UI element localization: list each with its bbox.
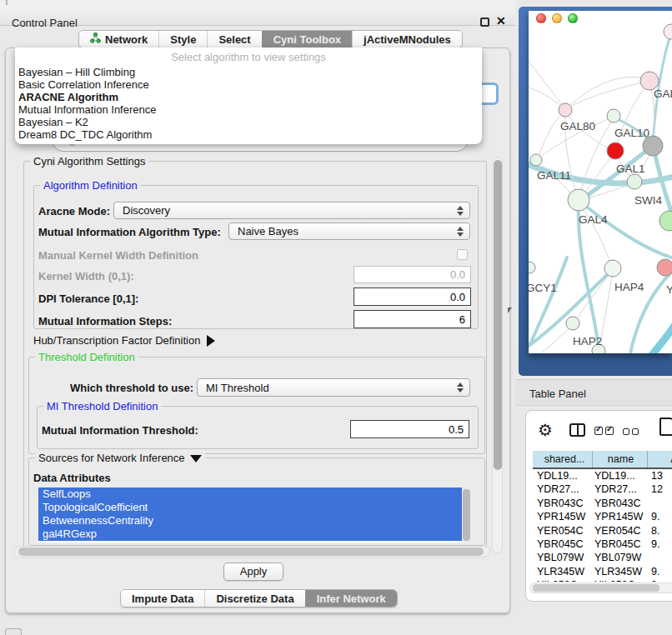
table-row[interactable]: YBR045CYBR045C9.	[533, 538, 672, 551]
network-edge[interactable]	[529, 61, 564, 108]
table-row[interactable]: YLR345WYLR345W9.	[533, 565, 672, 578]
dropdown-item-bayesian-hill-climbing[interactable]: Bayesian – Hill Climbing	[15, 66, 482, 78]
list-item-topologicalcoefficient[interactable]: TopologicalCoefficient	[38, 501, 462, 514]
stepper-icon	[457, 382, 464, 392]
table-row[interactable]: YBR043CYBR043C	[533, 497, 672, 510]
apply-button[interactable]: Apply	[223, 562, 283, 581]
network-node[interactable]	[664, 24, 672, 39]
list-item-selfloops[interactable]: SelfLoops	[38, 488, 462, 501]
table-row[interactable]: YDL19...YDL19...13	[533, 469, 672, 482]
network-edge[interactable]	[529, 88, 564, 108]
bottom-edge-partial-button[interactable]	[5, 628, 22, 635]
top-strip	[0, 0, 515, 7]
window-zoom-button[interactable]	[568, 13, 578, 23]
cell: 9	[648, 578, 672, 582]
network-edge[interactable]	[567, 81, 649, 108]
tab-select[interactable]: Select	[207, 31, 261, 48]
network-edge[interactable]	[654, 148, 672, 221]
sources-group-title: Sources for Network Inference	[35, 452, 205, 464]
float-window-icon[interactable]	[480, 18, 489, 27]
columns-icon[interactable]	[569, 423, 585, 437]
cursor-mark	[508, 308, 512, 313]
node-label-hap4: HAP4	[614, 281, 644, 293]
network-node[interactable]	[627, 174, 642, 189]
node-label-swi4: SWI4	[634, 194, 662, 207]
data-attributes-list[interactable]: SelfLoopsTopologicalCoefficientBetweenne…	[38, 488, 462, 542]
network-edge[interactable]	[580, 202, 672, 259]
dropdown-item-dream8-dc-tdc-algorithm[interactable]: Dream8 DC_TDC Algorithm	[15, 128, 482, 141]
network-window[interactable]: GALGAL80GAL10GAL11GAL1SWI4GAL4GCY1HAP4YH…	[519, 7, 672, 376]
table-horizontal-scrollbar-thumb[interactable]	[533, 584, 659, 592]
network-node[interactable]	[529, 262, 535, 273]
control-panel-tabbar: NetworkStyleSelectCyni ToolboxjActiveMNo…	[78, 30, 463, 48]
which-threshold-combo[interactable]: MI Threshold	[197, 378, 470, 397]
column-header-shared[interactable]: shared...	[533, 451, 593, 468]
cell: YIL053C	[533, 578, 593, 582]
settings-horizontal-scrollbar-thumb[interactable]	[18, 548, 484, 556]
dropdown-item-aracne-algorithm[interactable]: ARACNE Algorithm	[15, 91, 482, 103]
mi-type-value: Naive Bayes	[238, 225, 298, 238]
mi-steps-field[interactable]	[354, 310, 471, 328]
window-minimize-button[interactable]	[552, 13, 562, 23]
network-node[interactable]	[607, 142, 624, 159]
tab-label: Select	[218, 33, 250, 46]
kernel-width-field[interactable]	[354, 266, 471, 283]
table-row[interactable]: YER054CYER054C8.	[533, 524, 672, 538]
table-panel-card: ⚙ shared...nameA YDL19...YDL19...13YDR27…	[525, 410, 672, 602]
dropdown-item-mutual-information-inference[interactable]: Mutual Information Inference	[15, 103, 482, 116]
algorithm-dropdown: Select algorithm to view settings Bayesi…	[15, 48, 482, 144]
network-node[interactable]	[568, 189, 589, 211]
cell: 13	[648, 469, 672, 482]
table-row[interactable]: YDR27...YDR27...12	[533, 482, 672, 496]
network-node[interactable]	[566, 317, 579, 330]
tab-jactivemnodules[interactable]: jActiveMNodules	[352, 31, 462, 48]
bottom-tab-infer-network[interactable]: Infer Network	[305, 590, 397, 607]
aracne-mode-combo[interactable]: Discovery	[113, 202, 470, 219]
network-node[interactable]	[657, 259, 672, 276]
aracne-mode-label: Aracne Mode:	[38, 205, 110, 218]
manual-kernel-checkbox[interactable]	[457, 249, 468, 260]
column-header-name[interactable]: name	[593, 451, 648, 468]
deselect-all-icon[interactable]	[623, 428, 639, 435]
cell: YBR043C	[593, 497, 648, 510]
mi-type-combo[interactable]: Naive Bayes	[228, 222, 470, 240]
tab-network[interactable]: Network	[79, 31, 158, 48]
table-row[interactable]: YPR145WYPR145W9.	[533, 510, 672, 523]
network-node[interactable]	[607, 109, 620, 122]
network-edge[interactable]	[538, 112, 564, 159]
table-panel-titlebar: Table Panel	[515, 379, 672, 406]
network-edge[interactable]	[652, 324, 672, 353]
column-header-a[interactable]: A	[648, 451, 672, 468]
export-table-icon[interactable]	[659, 418, 672, 436]
network-node[interactable]	[604, 260, 621, 277]
close-icon[interactable]: ✕	[496, 14, 506, 28]
gear-icon[interactable]: ⚙	[538, 420, 553, 440]
network-edge[interactable]	[542, 325, 572, 352]
table-row[interactable]: YIL053CYIL053C9	[533, 578, 672, 582]
top-edge-mark	[6, 0, 8, 5]
tab-style[interactable]: Style	[158, 31, 207, 48]
hub-expander[interactable]: Hub/Transcription Factor Definition	[33, 334, 215, 347]
tab-cyni-toolbox[interactable]: Cyni Toolbox	[262, 31, 352, 48]
cell: YBR045C	[593, 538, 648, 551]
bottom-tab-discretize-data[interactable]: Discretize Data	[204, 590, 304, 607]
dropdown-item-bayesian-k2[interactable]: Bayesian – K2	[15, 116, 482, 128]
network-node[interactable]	[559, 103, 572, 117]
network-node[interactable]	[659, 211, 672, 231]
list-item-gal4rgexp[interactable]: gal4RGexp	[38, 528, 462, 541]
table-row[interactable]: YBL079WYBL079W	[533, 551, 672, 564]
attributes-list-scrollbar-thumb[interactable]	[463, 489, 470, 541]
network-canvas[interactable]: GALGAL80GAL10GAL11GAL1SWI4GAL4GCY1HAP4YH…	[529, 11, 672, 353]
mi-threshold-field[interactable]	[350, 420, 469, 438]
list-item-betweennesscentrality[interactable]: BetweennessCentrality	[38, 514, 462, 528]
window-close-button[interactable]	[536, 13, 546, 23]
dropdown-prompt: Select algorithm to view settings	[15, 48, 482, 66]
network-node[interactable]	[530, 154, 542, 166]
dpi-tolerance-field[interactable]	[354, 288, 471, 306]
manual-kernel-label: Manual Kernel Width Definition	[38, 249, 198, 262]
settings-vertical-scrollbar-thumb[interactable]	[494, 160, 502, 470]
bottom-tab-impute-data[interactable]: Impute Data	[121, 590, 204, 607]
dropdown-item-basic-correlation-inference[interactable]: Basic Correlation Inference	[15, 78, 482, 91]
cyni-bottom-tabbar: Impute DataDiscretize DataInfer Network	[120, 589, 398, 608]
select-all-icon[interactable]	[594, 427, 614, 435]
